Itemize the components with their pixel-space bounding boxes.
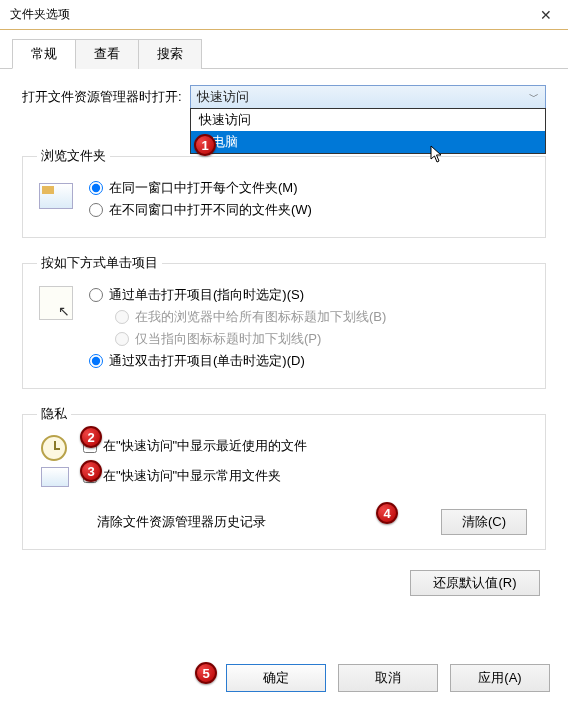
check-frequent-folders-label: 在"快速访问"中显示常用文件夹 — [103, 467, 281, 485]
dropdown-selected: 快速访问 — [197, 88, 249, 106]
open-with-row: 打开文件资源管理器时打开: 快速访问 ﹀ 快速访问 此电脑 — [22, 85, 546, 109]
chevron-down-icon: ﹀ — [529, 90, 539, 104]
click-icon — [37, 284, 75, 322]
window-title: 文件夹选项 — [10, 6, 70, 23]
dropdown-list: 快速访问 此电脑 — [190, 108, 546, 154]
tab-bar: 常规 查看 搜索 — [0, 30, 568, 69]
privacy-icons — [37, 435, 73, 487]
annotation-badge-3: 3 — [80, 460, 102, 482]
cancel-button[interactable]: 取消 — [338, 664, 438, 692]
clear-history-label: 清除文件资源管理器历史记录 — [97, 513, 266, 531]
radio-underline-hover: 仅当指向图标标题时加下划线(P) — [115, 330, 531, 348]
radio-same-window-input[interactable] — [89, 181, 103, 195]
radio-underline-hover-label: 仅当指向图标标题时加下划线(P) — [135, 330, 321, 348]
click-group: 按如下方式单击项目 通过单击打开项目(指向时选定)(S) 在我的浏览器中给所有图… — [22, 254, 546, 389]
radio-same-window-label: 在同一窗口中打开每个文件夹(M) — [109, 179, 298, 197]
ok-button[interactable]: 确定 — [226, 664, 326, 692]
open-with-dropdown[interactable]: 快速访问 ﹀ — [190, 85, 546, 109]
radio-double-click-input[interactable] — [89, 354, 103, 368]
browse-legend: 浏览文件夹 — [37, 147, 110, 165]
radio-diff-window-label: 在不同窗口中打开不同的文件夹(W) — [109, 201, 312, 219]
annotation-badge-4: 4 — [376, 502, 398, 524]
open-with-dropdown-wrap: 快速访问 ﹀ 快速访问 此电脑 — [190, 85, 546, 109]
radio-underline-hover-input — [115, 332, 129, 346]
check-recent-files-label: 在"快速访问"中显示最近使用的文件 — [103, 437, 307, 455]
radio-same-window[interactable]: 在同一窗口中打开每个文件夹(M) — [89, 179, 531, 197]
radio-underline-all: 在我的浏览器中给所有图标标题加下划线(B) — [115, 308, 531, 326]
annotation-badge-2: 2 — [80, 426, 102, 448]
radio-single-click[interactable]: 通过单击打开项目(指向时选定)(S) — [89, 286, 531, 304]
titlebar: 文件夹选项 ✕ — [0, 0, 568, 30]
folder-small-icon — [41, 467, 69, 487]
radio-diff-window-input[interactable] — [89, 203, 103, 217]
privacy-legend: 隐私 — [37, 405, 71, 423]
click-legend: 按如下方式单击项目 — [37, 254, 162, 272]
dialog-footer: 确定 取消 应用(A) — [0, 664, 568, 692]
radio-single-click-label: 通过单击打开项目(指向时选定)(S) — [109, 286, 304, 304]
check-recent-files[interactable]: 在"快速访问"中显示最近使用的文件 — [83, 437, 307, 455]
radio-diff-window[interactable]: 在不同窗口中打开不同的文件夹(W) — [89, 201, 531, 219]
radio-single-click-input[interactable] — [89, 288, 103, 302]
radio-double-click-label: 通过双击打开项目(单击时选定)(D) — [109, 352, 305, 370]
radio-underline-all-label: 在我的浏览器中给所有图标标题加下划线(B) — [135, 308, 386, 326]
dropdown-item-thispc[interactable]: 此电脑 — [191, 131, 545, 153]
radio-double-click[interactable]: 通过双击打开项目(单击时选定)(D) — [89, 352, 531, 370]
radio-underline-all-input — [115, 310, 129, 324]
clock-icon — [41, 435, 67, 461]
tab-search[interactable]: 搜索 — [138, 39, 202, 69]
close-button[interactable]: ✕ — [523, 0, 568, 30]
restore-row: 还原默认值(R) — [22, 566, 546, 596]
privacy-group: 隐私 在"快速访问"中显示最近使用的文件 在"快速访问"中显示常用文件夹 — [22, 405, 546, 550]
tab-view[interactable]: 查看 — [75, 39, 139, 69]
restore-defaults-button[interactable]: 还原默认值(R) — [410, 570, 540, 596]
check-frequent-folders[interactable]: 在"快速访问"中显示常用文件夹 — [83, 467, 307, 485]
close-icon: ✕ — [540, 7, 552, 23]
folder-icon — [37, 177, 75, 215]
browse-group: 浏览文件夹 在同一窗口中打开每个文件夹(M) 在不同窗口中打开不同的文件夹(W) — [22, 147, 546, 238]
clear-button[interactable]: 清除(C) — [441, 509, 527, 535]
tab-general[interactable]: 常规 — [12, 39, 76, 69]
apply-button[interactable]: 应用(A) — [450, 664, 550, 692]
open-with-label: 打开文件资源管理器时打开: — [22, 88, 182, 106]
annotation-badge-5: 5 — [195, 662, 217, 684]
annotation-badge-1: 1 — [194, 134, 216, 156]
tab-content: 打开文件资源管理器时打开: 快速访问 ﹀ 快速访问 此电脑 浏览文件夹 在同一窗… — [0, 69, 568, 606]
dropdown-item-quickaccess[interactable]: 快速访问 — [191, 109, 545, 131]
mouse-cursor-icon — [430, 145, 444, 163]
